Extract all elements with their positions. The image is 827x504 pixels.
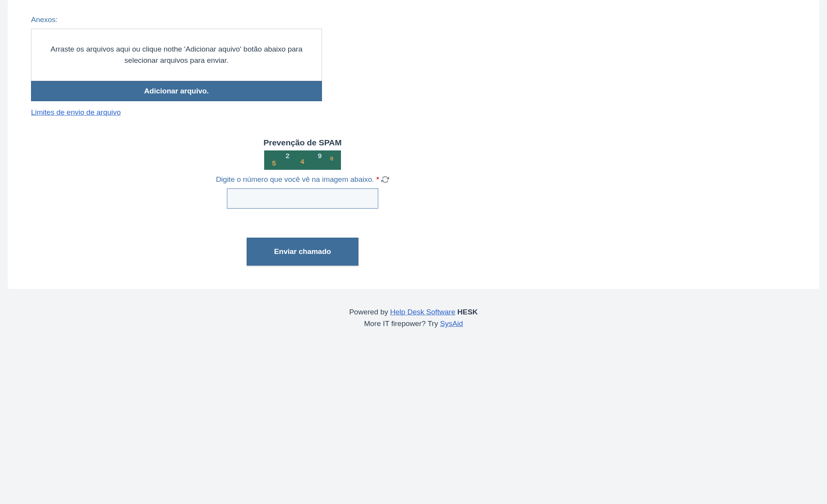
captcha-digit: 5 bbox=[272, 160, 276, 167]
dropzone-instruction: Arraste os arquivos aqui ou clique nothe… bbox=[43, 44, 310, 66]
attachments-section: Anexos: Arraste os arquivos aqui ou cliq… bbox=[31, 16, 322, 117]
captcha-digit: 0 bbox=[330, 156, 333, 162]
hesk-label: HESK bbox=[455, 308, 478, 316]
captcha-image: 5 2 4 9 0 bbox=[264, 150, 341, 170]
helpdesk-software-link[interactable]: Help Desk Software bbox=[390, 308, 455, 316]
add-file-button[interactable]: Adicionar arquivo. bbox=[31, 81, 322, 101]
refresh-captcha-icon[interactable] bbox=[381, 176, 389, 183]
footer-text: Powered by bbox=[349, 308, 390, 316]
file-limits-link[interactable]: Limites de envio de arquivo bbox=[31, 108, 121, 117]
captcha-instruction: Digite o número que você vê na imagem ab… bbox=[216, 175, 374, 184]
captcha-input[interactable] bbox=[227, 188, 378, 209]
spam-prevention-section: Prevenção de SPAM 5 2 4 9 0 Digite o núm… bbox=[31, 138, 574, 209]
spam-prevention-title: Prevenção de SPAM bbox=[31, 138, 574, 147]
submit-ticket-button[interactable]: Enviar chamado bbox=[247, 238, 359, 266]
captcha-digit: 4 bbox=[300, 158, 305, 166]
required-indicator: * bbox=[376, 176, 379, 184]
attachments-label: Anexos: bbox=[31, 16, 322, 24]
footer: Powered by Help Desk Software HESK More … bbox=[0, 289, 827, 345]
submit-section: Enviar chamado bbox=[31, 238, 574, 266]
footer-text: More IT firepower? Try bbox=[364, 319, 440, 328]
file-dropzone[interactable]: Arraste os arquivos aqui ou clique nothe… bbox=[31, 29, 322, 81]
captcha-digit: 2 bbox=[285, 152, 290, 160]
captcha-digit: 9 bbox=[318, 152, 322, 160]
sysaid-link[interactable]: SysAid bbox=[440, 319, 463, 328]
